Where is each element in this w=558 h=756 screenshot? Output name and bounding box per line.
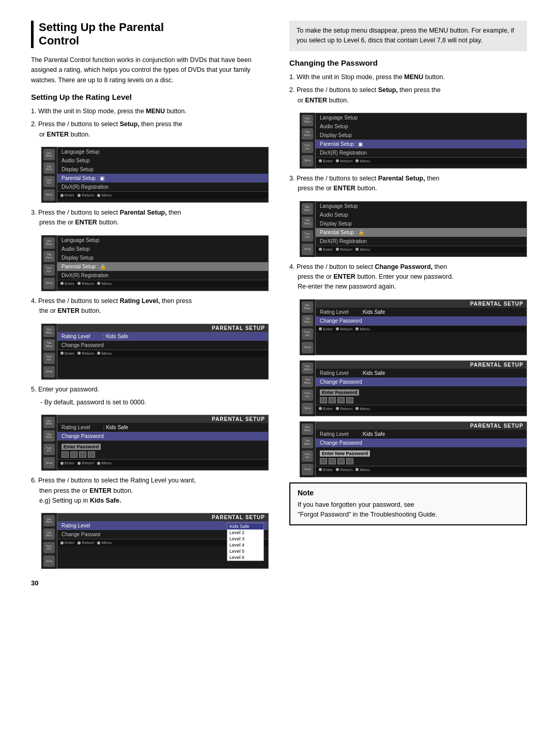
- disc-menu-icon-3: DiscMenu: [43, 326, 55, 337]
- change-password-row-2: Change Password: [57, 432, 268, 441]
- r-disc-menu-icon-4: DiscMenu: [302, 362, 313, 374]
- section2-title: Changing the Password: [289, 58, 527, 67]
- menu-dot-2: [97, 282, 100, 285]
- r-menu-footer-2: Enter Return Menu: [316, 246, 526, 253]
- page-number: 30: [31, 579, 269, 587]
- r-parental-header-1: PARENTAL SETUP: [316, 300, 526, 308]
- r-new-pw-label: Enter New Password: [320, 450, 370, 457]
- pw-sq-2: [70, 451, 78, 458]
- right-side-icons-4: DiscMenu TitleMenu Function Setup: [300, 360, 315, 416]
- enter-password-label: Enter Password: [61, 444, 101, 450]
- title-line2: Control: [39, 34, 79, 47]
- change-pw-menu-2: DiscMenu TitleMenu Function Setup PARENT…: [300, 360, 527, 416]
- function-icon-2: Function: [43, 264, 55, 276]
- enter-dot: [60, 194, 64, 197]
- right-column: To make the setup menu disappear, press …: [289, 21, 527, 587]
- change-pw-menu-1: DiscMenu TitleMenu Function Setup PARENT…: [300, 299, 527, 355]
- side-icons-5: DiscMenu TitleMenu Function Setup: [41, 513, 57, 569]
- r-pw-sq-3: [337, 397, 345, 403]
- r-menu-display-2: Display Setup: [316, 219, 526, 228]
- r-menu-language: Language Setup: [316, 113, 526, 122]
- r-setup-icon-3: Setup: [302, 342, 313, 353]
- r-parental-header-2: PARENTAL SETUP: [316, 361, 526, 369]
- r-setup-icon-4: Setup: [302, 403, 313, 414]
- right-side-icons-2: DiscMenu TitleMenu Function Setup: [300, 201, 315, 257]
- right-step3-block: 3. Press the / buttons to select Parenta…: [289, 174, 527, 194]
- menu-item-display: Display Setup: [57, 165, 268, 174]
- pw-sq-1: [61, 451, 69, 458]
- r-parental-header-3: PARENTAL SETUP: [316, 422, 526, 430]
- enter-dot-2: [60, 282, 64, 285]
- dropdown-level3: Level 3: [227, 536, 264, 542]
- r-disc-menu-icon-2: DiscMenu: [302, 203, 313, 215]
- pw-sq-4: [88, 451, 95, 458]
- r-menu-footer-4: Enter Return Menu: [316, 405, 526, 412]
- r-title-menu-icon-2: TitleMenu: [302, 217, 313, 228]
- step5-block: 5. Enter your password. - By default, pa…: [31, 385, 269, 408]
- rating-level-row-3: Rating Level Kids Safe Level 2 Level 3 L…: [57, 521, 268, 530]
- dropdown-level6: Level 6: [227, 554, 264, 561]
- title-menu-icon-2: TitleMenu: [43, 251, 55, 262]
- menu-item-language: Language Setup: [57, 147, 268, 156]
- menu-item-audio: Audio Setup: [57, 156, 268, 165]
- function-icon-3: Function: [43, 353, 55, 364]
- parental-menu-2: DiscMenu TitleMenu Function Setup PARENT…: [41, 415, 269, 471]
- menu-footer-1: Enter Return Menu: [57, 191, 268, 199]
- side-icons-3: DiscMenu TitleMenu Function Setup: [41, 324, 57, 380]
- menu-item-language-2: Language Setup: [57, 236, 268, 245]
- enter-password-section: Enter Password: [57, 441, 268, 459]
- r-title-menu-icon: TitleMenu: [302, 128, 313, 140]
- setup-menu-1: DiscMenu TitleMenu Function Setup Langua…: [41, 147, 269, 203]
- function-icon-4: Function: [43, 444, 55, 455]
- r-npw-sq-4: [346, 458, 353, 464]
- r-enter-pw-label: Enter Password: [320, 389, 359, 396]
- left-column: Setting Up the Parental Control The Pare…: [31, 21, 269, 587]
- r-menu-audio: Audio Setup: [316, 122, 526, 131]
- function-icon-5: Function: [43, 542, 55, 553]
- r-menu-footer-5: Enter Return Menu: [316, 466, 526, 473]
- menu-item-parental: Parental Setup : ▣: [57, 174, 268, 183]
- r-setup-icon-5: Setup: [302, 464, 313, 475]
- r-function-icon-3: Function: [302, 328, 313, 340]
- r-new-pw-section: Enter New Password: [316, 447, 526, 466]
- r-function-icon: Function: [302, 142, 313, 153]
- menu-footer-4: Enter Return Menu: [57, 459, 268, 466]
- parental-menu-1: DiscMenu TitleMenu Function Setup PARENT…: [41, 324, 269, 380]
- step4-text: 4. Press the / buttons to select Rating …: [31, 296, 269, 316]
- parental-menu-3: DiscMenu TitleMenu Function Setup PARENT…: [41, 513, 269, 569]
- disc-menu-icon-5: DiscMenu: [43, 515, 55, 526]
- pw-sq-3: [79, 451, 86, 458]
- dropdown-level5: Level 5: [227, 548, 264, 554]
- r-change-pw-row-2: Change Password: [316, 377, 526, 386]
- parental-header-2: PARENTAL SETUP: [57, 415, 268, 423]
- menu-footer-2: Enter Return Menu: [57, 280, 268, 287]
- step5-sub: - By default, password is set to 0000.: [31, 398, 269, 407]
- right-step4-block: 4. Press the / button to select Change P…: [289, 262, 527, 292]
- setup-icon-2: Setup: [43, 278, 55, 289]
- setup-icon-3: Setup: [43, 366, 55, 377]
- r-title-menu-icon-5: TitleMenu: [302, 437, 313, 448]
- r-function-icon-2: Function: [302, 230, 313, 241]
- r-menu-divx-2: DivX(R) Registration: [316, 237, 526, 246]
- step6-text: 6. Press the / buttons to select the Rat…: [31, 476, 269, 506]
- right-side-icons-3: DiscMenu TitleMenu Function Setup: [300, 299, 315, 355]
- r-menu-footer-1: Enter Return Menu: [316, 157, 526, 164]
- r-disc-menu-icon: DiscMenu: [302, 115, 313, 126]
- menu-item-divx-2: DivX(R) Registration: [57, 271, 268, 280]
- r-npw-sq-2: [329, 458, 336, 464]
- setup-icon-4: Setup: [43, 457, 55, 468]
- side-icons-2: DiscMenu TitleMenu Function Setup: [41, 235, 57, 291]
- change-password-row: Change Password: [57, 341, 268, 350]
- r-enter-pw-section: Enter Password: [316, 386, 526, 405]
- title-menu-icon: TitleMenu: [43, 162, 55, 174]
- r-rating-row-3: Rating Level :Kids Safe: [316, 430, 526, 439]
- title-menu-icon-3: TitleMenu: [43, 339, 55, 351]
- disc-menu-icon-4: DiscMenu: [43, 417, 55, 428]
- r-menu-parental: Parental Setup : ▣: [316, 140, 526, 148]
- r-pw-sq-4: [346, 397, 353, 403]
- dropdown-level2: Level 2: [227, 530, 264, 536]
- right-side-icons-1: DiscMenu TitleMenu Function Setup: [300, 113, 315, 169]
- r-pw-sq-1: [320, 397, 327, 403]
- r-pw-sq-2: [329, 397, 336, 403]
- disc-menu-icon: DiscMenu: [43, 149, 55, 160]
